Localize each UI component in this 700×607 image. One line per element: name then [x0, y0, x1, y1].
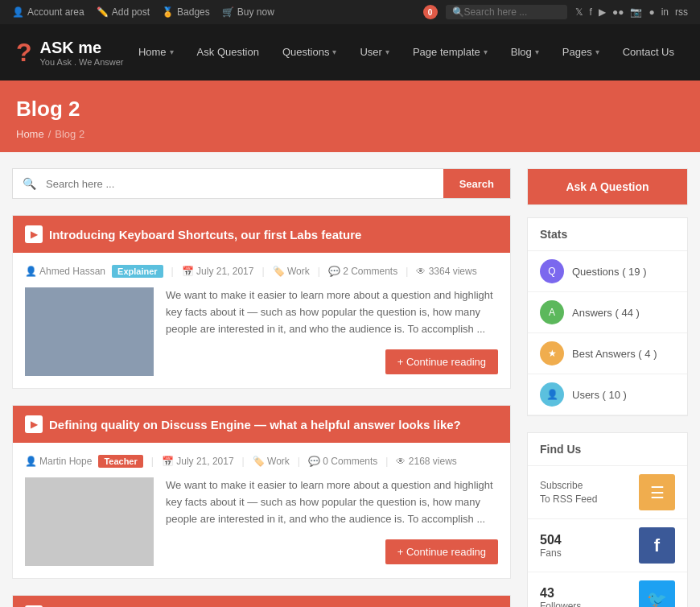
content-area: 🔍 Search ▶ Introducing Keyboard Shortcut…	[12, 168, 511, 607]
main-nav: Home ▾ Ask Question Questions ▾ User ▾ P…	[129, 24, 684, 81]
twitter-count: 43	[540, 586, 581, 601]
post-title-1[interactable]: Introducing Keyboard Shortcuts, our firs…	[49, 228, 361, 242]
post-excerpt-2: We want to make it easier to learn more …	[166, 477, 498, 527]
post-thumbnail-2	[25, 477, 154, 566]
sidebar: Ask A Question Stats Q Questions ( 19 ) …	[527, 168, 688, 607]
post-category-2: 🏷️ Work	[253, 456, 290, 467]
post-thumbnail-1	[25, 287, 154, 376]
best-answers-icon: ★	[540, 341, 564, 365]
facebook-count: 504	[540, 533, 562, 547]
post-badge-1: Explainer	[112, 265, 163, 278]
post-excerpt-1: We want to make it easier to learn more …	[166, 287, 498, 337]
users-icon: 👤	[540, 382, 564, 407]
search-icon: 🔍	[23, 177, 36, 190]
search-icon-wrap: 🔍	[13, 169, 46, 198]
ask-question-button[interactable]: Ask A Question	[528, 169, 687, 204]
twitter-follow: 43 Followers 🐦	[528, 572, 687, 607]
nav-home[interactable]: Home ▾	[129, 24, 183, 81]
rss-icon[interactable]: rss	[675, 6, 688, 18]
top-search-input[interactable]	[464, 6, 561, 18]
post-body-1: 👤 Ahmed Hassan Explainer | 📅 July 21, 20…	[13, 253, 510, 388]
facebook-icon[interactable]: f	[639, 527, 675, 564]
post-comments-1: 💬 2 Comments	[328, 266, 397, 277]
twitter-icon[interactable]: 🐦	[639, 580, 675, 607]
stats-widget: Stats Q Questions ( 19 ) A Answers ( 44 …	[527, 217, 688, 416]
stat-answers: A Answers ( 44 )	[528, 292, 687, 333]
user-arrow: ▾	[385, 24, 389, 81]
social-icons: 𝕏 f ▶ ●● 📷 ● in rss	[575, 6, 688, 18]
linkedin-icon[interactable]: in	[661, 6, 669, 18]
post-meta-2: 👤 Martin Hope Teacher | 📅 July 21, 2017 …	[25, 455, 498, 468]
nav-ask-question[interactable]: Ask Question	[187, 24, 269, 81]
nav-questions[interactable]: Questions ▾	[273, 24, 347, 81]
post-meta-1: 👤 Ahmed Hassan Explainer | 📅 July 21, 20…	[25, 265, 498, 278]
post-text-1: We want to make it easier to learn more …	[166, 287, 498, 376]
continue-btn-1[interactable]: Continue reading	[385, 349, 498, 374]
instagram-icon[interactable]: 📷	[630, 6, 642, 18]
breadcrumb-home[interactable]: Home	[16, 128, 44, 140]
add-post-link[interactable]: ✏️ Add post	[97, 6, 150, 18]
breadcrumb: Home / Blog 2	[16, 128, 684, 140]
post-card-1: ▶ Introducing Keyboard Shortcuts, our fi…	[12, 215, 511, 389]
facebook-icon[interactable]: f	[590, 6, 592, 18]
thumb-img-1	[25, 287, 154, 376]
twitter-label: 43 Followers	[540, 586, 581, 608]
main-container: 🔍 Search ▶ Introducing Keyboard Shortcut…	[0, 152, 700, 607]
header: ? ASK me You Ask . We Answer Home ▾ Ask …	[0, 24, 700, 81]
content-search-bar: 🔍 Search	[12, 168, 511, 199]
notification-badge[interactable]: 0	[423, 5, 438, 19]
site-tagline: You Ask . We Answer	[40, 57, 124, 67]
continue-btn-2[interactable]: Continue reading	[385, 539, 498, 564]
buy-now-link[interactable]: 🛒 Buy now	[222, 6, 274, 18]
questions-arrow: ▾	[332, 24, 336, 81]
nav-pages[interactable]: Pages ▾	[553, 24, 609, 81]
site-title: ASK me	[40, 39, 124, 57]
page-title: Blog 2	[16, 97, 684, 122]
find-us-title: Find Us	[528, 433, 687, 466]
find-us-widget: Find Us SubscribeTo RSS Feed ☰ 504 Fans …	[527, 432, 688, 607]
nav-blog[interactable]: Blog ▾	[501, 24, 549, 81]
logo[interactable]: ? ASK me You Ask . We Answer	[16, 38, 124, 68]
page-template-arrow: ▾	[484, 24, 488, 81]
post-content-row-2: We want to make it easier to learn more …	[25, 477, 498, 566]
questions-icon: Q	[540, 259, 564, 283]
search-icon: 🔍	[452, 6, 464, 18]
stat-questions: Q Questions ( 19 )	[528, 251, 687, 292]
vk-icon[interactable]: ●	[649, 6, 654, 18]
nav-user[interactable]: User ▾	[350, 24, 398, 81]
badges-link[interactable]: 🏅 Badges	[162, 6, 210, 18]
post-body-2: 👤 Martin Hope Teacher | 📅 July 21, 2017 …	[13, 443, 510, 578]
flickr-icon[interactable]: ●●	[612, 6, 624, 18]
post-date-2: 📅 July 21, 2017	[162, 456, 234, 467]
top-search-box[interactable]: 🔍	[446, 5, 567, 19]
stat-users: 👤 Users ( 10 )	[528, 374, 687, 415]
facebook-follow: 504 Fans f	[528, 519, 687, 572]
thumb-img-2	[25, 477, 154, 566]
logo-text: ASK me You Ask . We Answer	[40, 39, 124, 67]
post-card-3: ▶ Organizational and company accounts on…	[12, 595, 511, 607]
top-bar-links: 👤 Account area ✏️ Add post 🏅 Badges 🛒 Bu…	[12, 6, 274, 18]
breadcrumb-current: Blog 2	[55, 128, 84, 140]
breadcrumb-separator: /	[48, 128, 51, 140]
post-date-1: 📅 July 21, 2017	[182, 266, 254, 277]
post-author-2: 👤 Martin Hope	[25, 456, 92, 467]
rss-icon[interactable]: ☰	[639, 474, 675, 510]
nav-page-template[interactable]: Page template ▾	[403, 24, 497, 81]
youtube-icon[interactable]: ▶	[599, 6, 606, 18]
post-category-1: 🏷️ Work	[273, 266, 310, 277]
nav-contact-us[interactable]: Contact Us	[613, 24, 684, 81]
content-search-input[interactable]	[46, 169, 443, 198]
twitter-followers-label: Followers	[540, 601, 581, 608]
twitter-icon[interactable]: 𝕏	[575, 6, 583, 18]
post-badge-2: Teacher	[98, 455, 142, 468]
account-area-link[interactable]: 👤 Account area	[12, 6, 84, 18]
stat-users-label: Users ( 10 )	[572, 389, 627, 401]
search-button[interactable]: Search	[443, 169, 510, 198]
ask-widget: Ask A Question	[527, 168, 688, 205]
post-type-icon-2: ▶	[31, 419, 38, 430]
post-card-2: ▶ Defining quality on Discuss Engine — w…	[12, 405, 511, 579]
post-icon-1: ▶	[25, 225, 43, 243]
post-author-1: 👤 Ahmed Hassan	[25, 266, 105, 277]
post-title-2[interactable]: Defining quality on Discuss Engine — wha…	[49, 418, 461, 432]
hero-section: Blog 2 Home / Blog 2	[0, 81, 700, 152]
